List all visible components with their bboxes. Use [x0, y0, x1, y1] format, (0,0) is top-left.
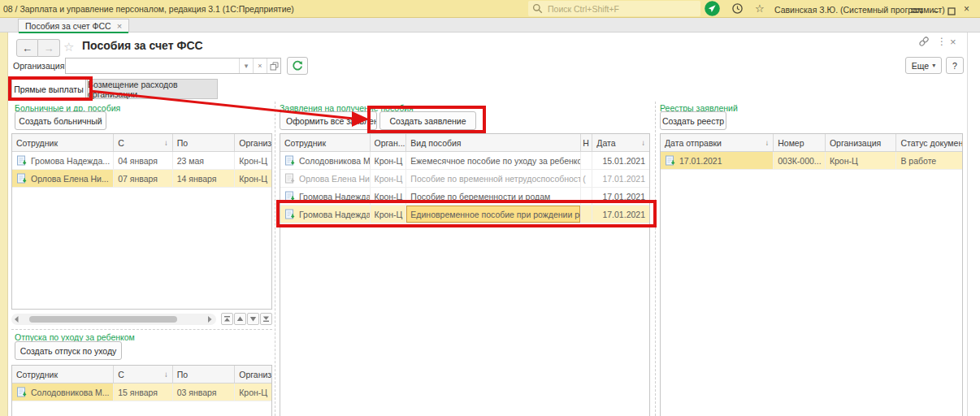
- number-cell: [581, 206, 592, 223]
- dropdown-icon[interactable]: ▾: [239, 58, 253, 73]
- col-status[interactable]: Статус документа: [896, 134, 962, 151]
- employee-cell: Громова Надежда...: [280, 188, 371, 205]
- create-leave-button[interactable]: Создать отпуск по уходу: [15, 341, 122, 360]
- clear-icon[interactable]: ×: [253, 58, 267, 73]
- date-cell: 15.01.2021: [592, 152, 649, 169]
- table-row[interactable]: Громова Надежда... Крон-Ц Пособие по бер…: [280, 188, 649, 206]
- scrollbar-thumb[interactable]: [29, 316, 177, 323]
- tab-close-icon[interactable]: ×: [117, 22, 122, 30]
- table-row[interactable]: Солодовникова М... 15 января 03 января К…: [12, 384, 271, 401]
- col-employee[interactable]: Сотрудник: [12, 134, 114, 151]
- scroll-left-icon[interactable]: [11, 315, 21, 323]
- benefit-cell: Ежемесячное пособие по уходу за ребенком: [406, 152, 581, 169]
- benefit-cell: Пособие по временной нетрудоспособности: [406, 170, 581, 187]
- col-org[interactable]: Организа: [235, 366, 271, 383]
- scroll-bottom-button[interactable]: [260, 313, 272, 325]
- document-icon: [284, 173, 296, 184]
- sick-table: Сотрудник С↓ По Организа Громова Надежда…: [11, 133, 272, 310]
- global-search[interactable]: [528, 1, 700, 16]
- col-sent-date[interactable]: Дата отправки↓: [661, 134, 774, 151]
- employee-cell: Солодовникова М...: [280, 152, 371, 169]
- scroll-up-button[interactable]: [234, 313, 246, 325]
- col-number[interactable]: Н: [581, 134, 592, 151]
- table-row[interactable]: Орлова Елена Ни... 07 января 14 января К…: [12, 170, 271, 188]
- tab-direct-payments[interactable]: Прямые выплаты: [11, 78, 86, 99]
- scroll-down-button[interactable]: [247, 313, 259, 325]
- get-link-icon[interactable]: [918, 36, 930, 47]
- leave-table: Сотрудник С↓ По Организа Солодовникова М…: [11, 365, 272, 416]
- org-cell: Крон-Ц: [371, 206, 407, 223]
- document-icon: [284, 209, 296, 219]
- forward-button[interactable]: →: [38, 39, 60, 57]
- refresh-icon: [292, 60, 303, 72]
- screen: 08 / Зарплата и управление персоналом, р…: [0, 0, 980, 416]
- employee-cell: Орлова Елена Ни...: [12, 170, 114, 187]
- to-cell: 23 мая: [173, 152, 236, 169]
- global-search-input[interactable]: [546, 3, 684, 15]
- col-number[interactable]: Номер: [774, 134, 826, 151]
- col-org[interactable]: Орган...: [371, 134, 407, 151]
- col-employee[interactable]: Сотрудник: [12, 366, 114, 383]
- employee-cell: Орлова Елена Ни...: [280, 170, 371, 187]
- number-cell: [581, 188, 592, 205]
- settings-menu-icon[interactable]: [910, 5, 924, 15]
- create-sick-note-button[interactable]: Создать больничный: [15, 111, 106, 130]
- app-tab-label: Пособия за счет ФСС: [25, 21, 111, 31]
- col-to[interactable]: По: [173, 366, 236, 383]
- back-button[interactable]: ←: [16, 39, 38, 57]
- window-close-icon[interactable]: ×: [950, 36, 956, 48]
- number-cell: 003К-000...: [774, 152, 826, 169]
- history-icon[interactable]: [731, 2, 744, 15]
- sort-desc-icon: ↓: [641, 138, 645, 147]
- page-title: Пособия за счет ФСС: [82, 39, 203, 52]
- col-from[interactable]: С↓: [114, 366, 173, 383]
- col-to[interactable]: По: [173, 134, 236, 151]
- create-claim-button[interactable]: Создать заявление: [379, 111, 476, 130]
- table-row[interactable]: 17.01.2021 003К-000... Крон-Ц В работе: [661, 152, 962, 170]
- org-cell: Крон-Ц: [371, 152, 407, 169]
- help-button[interactable]: ?: [946, 57, 964, 74]
- discussions-icon[interactable]: [705, 1, 720, 16]
- employee-cell: Солодовникова М...: [12, 384, 114, 401]
- horizontal-scrollbar[interactable]: [11, 314, 216, 325]
- document-icon: [284, 191, 296, 202]
- app-title: 08 / Зарплата и управление персоналом, р…: [3, 4, 294, 14]
- table-row[interactable]: Громова Надежда... 04 января 23 мая Крон…: [12, 152, 271, 170]
- app-close-icon[interactable]: ×: [964, 3, 969, 15]
- restore-icon[interactable]: [947, 4, 956, 12]
- choose-icon[interactable]: [267, 58, 280, 73]
- table-row[interactable]: Орлова Елена Ни... Крон-Ц Пособие по вре…: [280, 170, 649, 188]
- splitter-left[interactable]: [275, 102, 275, 416]
- apply-all-claims-button[interactable]: Оформить все заявления: [280, 111, 377, 130]
- splitter-right[interactable]: [655, 102, 656, 416]
- col-date[interactable]: Дата↓: [592, 134, 649, 151]
- col-employee[interactable]: Сотрудник: [280, 134, 371, 151]
- col-org[interactable]: Организа: [235, 134, 271, 151]
- create-register-button[interactable]: Создать реестр: [660, 111, 726, 130]
- favorite-page-icon[interactable]: ☆: [63, 40, 74, 54]
- app-titlebar: 08 / Зарплата и управление персоналом, р…: [0, 0, 980, 18]
- tab-reimbursement[interactable]: Возмещение расходов организации: [87, 79, 218, 99]
- table-row[interactable]: Солодовникова М... Крон-Ц Ежемесячное по…: [280, 152, 649, 170]
- more-button[interactable]: Еще ▾: [905, 57, 942, 74]
- search-icon: [532, 3, 543, 14]
- col-benefit[interactable]: Вид пособия: [406, 134, 581, 151]
- minimize-icon[interactable]: _: [933, 1, 939, 12]
- table-row[interactable]: Громова Надежда... Крон-Ц Единовременное…: [280, 206, 649, 223]
- refresh-button[interactable]: [287, 57, 308, 75]
- section-divider: [11, 329, 272, 330]
- app-tab-benefits[interactable]: Пособия за счет ФСС ×: [18, 19, 129, 32]
- col-from[interactable]: С↓: [114, 134, 173, 151]
- scroll-top-button[interactable]: [221, 313, 233, 325]
- from-cell: 04 января: [114, 152, 173, 169]
- window-menu-dots-icon[interactable]: ⋮: [937, 36, 947, 47]
- to-cell: 03 января: [173, 384, 236, 401]
- favorites-icon[interactable]: ☆: [755, 2, 765, 15]
- document-icon: [284, 155, 296, 166]
- claims-table-header: Сотрудник Орган... Вид пособия Н Дата↓: [280, 134, 649, 152]
- organization-input[interactable]: [66, 58, 239, 73]
- col-org[interactable]: Организация: [826, 134, 897, 151]
- sort-desc-icon: ↓: [765, 138, 769, 147]
- scroll-right-icon[interactable]: [205, 315, 215, 323]
- date-cell: 17.01.2021: [592, 170, 649, 187]
